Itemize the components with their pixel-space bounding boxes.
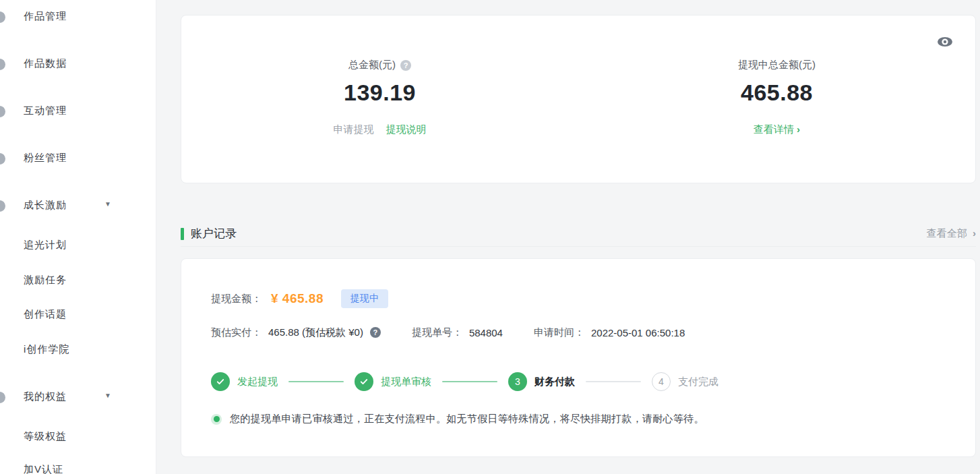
apply-time-label: 申请时间： — [534, 326, 584, 339]
sidebar-item-label: 粉丝管理 — [24, 152, 67, 165]
sidebar: 作品管理 作品数据 互动管理 粉丝管理 成长激励 ▼ 追光计划 激励任务 创作话… — [0, 0, 156, 474]
step-finance-payment: 3 财务付款 — [508, 372, 575, 391]
fans-management-icon — [0, 153, 5, 165]
my-benefits-icon — [0, 392, 5, 403]
withdrawal-amount-row: 提现金额： ¥ 465.88 提现中 — [211, 289, 946, 309]
sidebar-item-label: 创作话题 — [24, 308, 67, 321]
sidebar-item-label: 等级权益 — [24, 430, 67, 443]
eye-icon[interactable] — [936, 36, 954, 48]
withdrawing-amount-label: 提现中总金额(元) — [738, 59, 816, 71]
chevron-right-icon: › — [797, 123, 800, 135]
sidebar-item-label: 加V认证 — [24, 463, 63, 474]
step-withdrawal-review: 提现单审核 — [355, 372, 431, 391]
sidebar-item-label: 作品管理 — [24, 10, 67, 23]
sidebar-item-works-data[interactable]: 作品数据 — [0, 57, 156, 73]
sidebar-item-level-benefits[interactable]: 等级权益 — [0, 429, 156, 446]
sidebar-item-i-creation-academy[interactable]: i创作学院 — [0, 343, 156, 359]
withdrawal-amount-value: ¥ 465.88 — [271, 291, 324, 306]
status-dot-icon — [211, 414, 222, 425]
apply-withdraw-link[interactable]: 申请提现 — [333, 123, 373, 135]
help-icon[interactable]: ? — [400, 60, 411, 71]
sidebar-item-growth-incentive[interactable]: 成长激励 ▼ — [0, 198, 156, 214]
account-records-header: 账户记录 查看全部 › — [181, 221, 976, 247]
interaction-management-icon — [0, 106, 5, 117]
chevron-right-icon: › — [973, 227, 976, 239]
order-number-value: 584804 — [469, 327, 503, 338]
step-connector — [586, 381, 641, 382]
sidebar-item-label: 我的权益 — [24, 390, 67, 403]
sidebar-item-label: 互动管理 — [24, 105, 67, 117]
section-title: 账户记录 — [191, 226, 237, 241]
withdrawal-record-card: 提现金额： ¥ 465.88 提现中 预估实付： 465.88 (预估税款 ¥0… — [181, 258, 976, 457]
step-number-badge: 3 — [508, 372, 527, 391]
help-icon[interactable]: ? — [370, 327, 381, 338]
status-message: 您的提现单申请已审核通过，正在支付流程中。如无节假日等特殊情况，将尽快排期打款，… — [230, 413, 704, 425]
status-badge: 提现中 — [341, 289, 388, 308]
sidebar-item-works-management[interactable]: 作品管理 — [0, 9, 156, 26]
balance-card: 总金额(元) ? 139.19 申请提现 提现说明 提现中总金额(元) 465.… — [181, 15, 976, 183]
section-accent-bar — [181, 228, 184, 240]
total-amount-block: 总金额(元) ? 139.19 申请提现 提现说明 — [181, 16, 578, 183]
chevron-down-icon[interactable]: ▼ — [104, 392, 111, 399]
sidebar-item-interaction-management[interactable]: 互动管理 — [0, 104, 156, 120]
chevron-down-icon[interactable]: ▼ — [104, 200, 111, 208]
total-amount-value: 139.19 — [181, 80, 578, 106]
withdrawing-amount-value: 465.88 — [578, 80, 975, 106]
step-initiate-withdrawal: 发起提现 — [211, 372, 278, 391]
sidebar-item-label: 作品数据 — [24, 57, 67, 70]
sidebar-item-v-certification[interactable]: 加V认证 — [0, 463, 156, 474]
sidebar-item-label: 追光计划 — [24, 239, 67, 251]
order-number-label: 提现单号： — [412, 326, 462, 339]
sidebar-item-my-benefits[interactable]: 我的权益 ▼ — [0, 390, 156, 406]
step-connector — [442, 381, 497, 382]
step-connector — [288, 381, 344, 382]
sidebar-item-label: 激励任务 — [24, 274, 67, 287]
apply-time-value: 2022-05-01 06:50:18 — [591, 327, 685, 338]
estimated-pay-value: 465.88 (预估税款 ¥0) — [268, 326, 363, 339]
sidebar-item-label: i创作学院 — [24, 343, 69, 356]
check-icon — [355, 372, 373, 391]
works-management-icon — [0, 11, 5, 23]
view-details-link[interactable]: 查看详情› — [754, 123, 800, 135]
withdrawing-amount-block: 提现中总金额(元) 465.88 查看详情› — [578, 16, 975, 183]
total-amount-label: 总金额(元) — [348, 59, 396, 71]
check-icon — [211, 372, 230, 391]
sidebar-item-creation-topics[interactable]: 创作话题 — [0, 307, 156, 324]
view-all-link[interactable]: 查看全部 › — [927, 227, 976, 240]
sidebar-item-incentive-tasks[interactable]: 激励任务 — [0, 273, 156, 289]
withdrawal-detail-row: 预估实付： 465.88 (预估税款 ¥0) ? 提现单号： 584804 申请… — [211, 325, 946, 340]
total-amount-label-row: 总金额(元) ? — [348, 59, 411, 71]
sidebar-item-label: 成长激励 — [24, 199, 67, 212]
withdrawal-amount-label: 提现金额： — [211, 293, 262, 305]
sidebar-item-fans-management[interactable]: 粉丝管理 — [0, 151, 156, 167]
withdraw-info-link[interactable]: 提现说明 — [386, 123, 427, 135]
works-data-icon — [0, 59, 5, 70]
estimated-pay-label: 预估实付： — [211, 326, 262, 339]
status-message-row: 您的提现单申请已审核通过，正在支付流程中。如无节假日等特殊情况，将尽快排期打款，… — [211, 413, 946, 425]
growth-incentive-icon — [0, 200, 5, 212]
step-payment-complete: 4 支付完成 — [652, 372, 718, 391]
sidebar-item-chasing-light-plan[interactable]: 追光计划 — [0, 238, 156, 254]
step-number-badge: 4 — [652, 372, 671, 391]
withdrawal-progress-steps: 发起提现 提现单审核 3 财务付款 4 支付完成 — [211, 372, 946, 391]
